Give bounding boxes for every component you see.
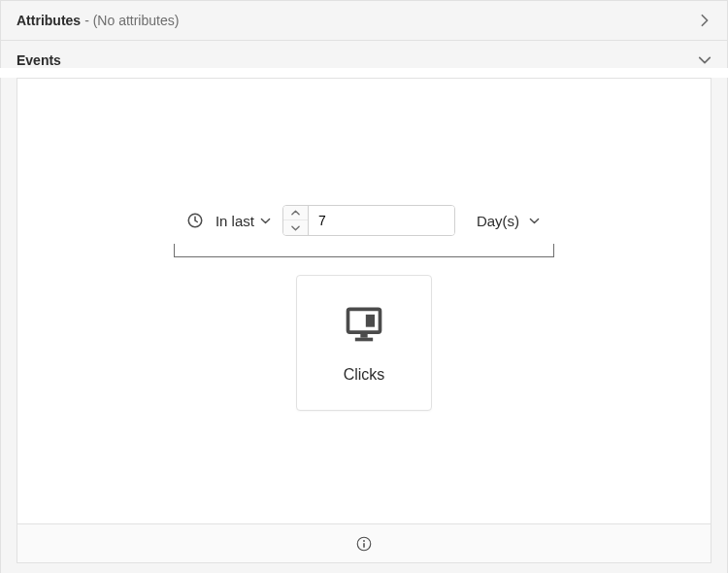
attributes-subtitle: - (No attributes) (84, 13, 179, 28)
chevron-down-icon (260, 213, 271, 229)
attributes-title-group: Attributes - (No attributes) (17, 13, 179, 28)
attributes-title: Attributes (17, 13, 81, 28)
events-canvas: In last Day(s) (17, 78, 711, 524)
time-range-unit-select[interactable]: Day(s) (475, 209, 542, 233)
stepper-up-button[interactable] (283, 206, 308, 220)
svg-rect-3 (360, 332, 367, 338)
event-card-clicks[interactable]: Clicks (296, 275, 432, 411)
svg-rect-7 (363, 543, 365, 548)
events-panel-body-wrap: In last Day(s) (0, 78, 728, 573)
stepper-buttons (283, 206, 309, 235)
clock-icon (186, 212, 204, 229)
chevron-down-icon (529, 213, 540, 229)
svg-rect-1 (348, 309, 381, 332)
time-range-unit-label: Day(s) (477, 213, 519, 229)
attributes-panel-header[interactable]: Attributes - (No attributes) (0, 0, 728, 41)
time-range-operator-select[interactable]: In last (214, 209, 273, 233)
time-range-operator-label: In last (215, 213, 254, 229)
chevron-down-icon (698, 53, 711, 67)
events-panel-header[interactable]: Events (0, 41, 728, 68)
time-range-value-input[interactable] (309, 206, 454, 235)
chevron-right-icon (698, 14, 711, 27)
time-range-bracket (174, 244, 554, 257)
event-card-label: Clicks (344, 366, 385, 384)
svg-rect-4 (355, 338, 373, 342)
svg-point-6 (363, 540, 365, 542)
time-range-value-stepper[interactable] (282, 205, 455, 236)
events-title: Events (17, 52, 61, 68)
events-footer (17, 524, 711, 563)
monitor-icon (343, 302, 385, 345)
svg-rect-2 (366, 315, 375, 327)
info-icon[interactable] (355, 535, 373, 553)
stepper-down-button[interactable] (283, 220, 308, 235)
time-range-row: In last Day(s) (186, 205, 542, 236)
